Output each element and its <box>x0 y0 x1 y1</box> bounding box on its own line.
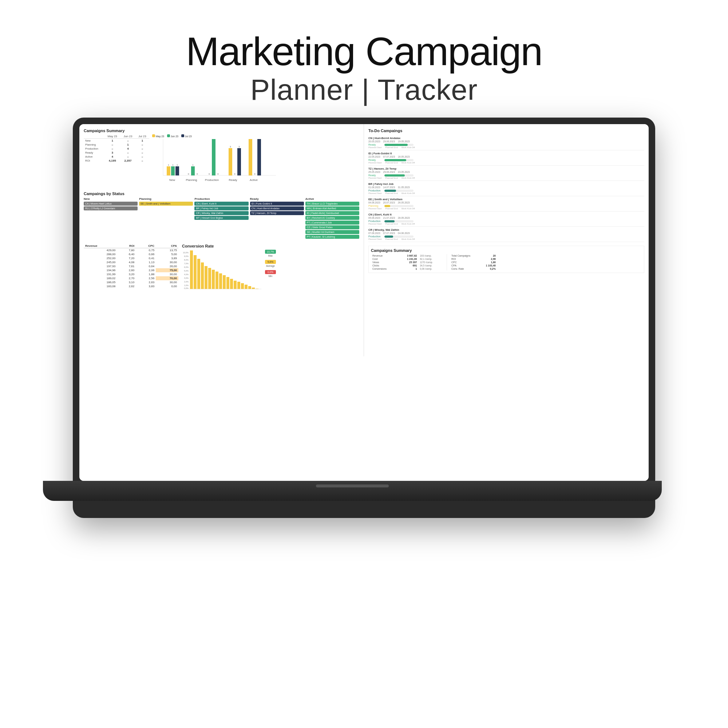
bottom-summary-row: Cost 1 241,00 62,1 /camp. <box>371 257 444 261</box>
bs-right-label: CPA <box>450 264 480 267</box>
status-badge: RU | O'Reilly LJ Greentam <box>84 206 138 210</box>
svg-rect-59 <box>230 279 233 289</box>
bar-chart-area: May 23 Jun 23 Jul 23 <box>152 134 359 187</box>
svg-rect-49 <box>194 255 197 289</box>
bar-chart-svg: New 1 1 1 Planning 0 1 <box>152 139 276 187</box>
status-grid: NewCA | Moore-Hael LottuxRU | O'Reilly L… <box>84 197 359 240</box>
bottom-summary-right-row: ROI 2,96 <box>450 257 497 261</box>
rev-val: 191,99 <box>84 272 117 276</box>
cpa-header: CPA <box>156 244 178 248</box>
work-kickoff: 31.05.2023 <box>398 186 410 188</box>
svg-text:Planning: Planning <box>186 178 197 182</box>
svg-text:10,0%: 10,0% <box>183 252 188 254</box>
svg-text:Production: Production <box>205 178 219 182</box>
progress-bar <box>384 220 413 222</box>
todo-status-row: Production <box>369 220 644 222</box>
bs-per: 34,5 /camp. <box>418 264 444 267</box>
todo-list: CN | Huel-Bernil Andalax 20.05.2023 29.0… <box>369 136 644 243</box>
revenue-row: 252,00 7,20 0,41 3,89 <box>84 256 178 260</box>
bar-chart-legend: May 23 Jun 23 Jul 23 <box>152 134 359 138</box>
bs-right-value: 20 <box>480 254 497 257</box>
roi-val: 2,70 <box>117 276 136 280</box>
progress-fill <box>384 159 406 161</box>
bottom-summary-title: Campaigns Summary <box>371 248 642 252</box>
todo-dates: 20.05.2023 29.06.2023 19.05.2023 <box>369 140 644 143</box>
row-jun: – <box>121 151 135 155</box>
conversion-rate-title: Conversion Rate <box>182 244 276 248</box>
todo-id: CN | Huel-Bernil Andalax <box>369 136 644 140</box>
revenue-row: 186,05 3,10 2,63 30,00 <box>84 280 178 284</box>
work-kickoff: 19.05.2023 <box>398 140 410 143</box>
status-badge: CZ | Stete Groul Fixtex <box>305 225 359 229</box>
campaigns-summary-section: Campaigns Summary May 23 Jun 23 Jul 23 <box>84 128 359 187</box>
bs-label: Clicks <box>371 264 398 267</box>
rev-val: 197,93 <box>84 264 117 268</box>
svg-text:Active: Active <box>250 178 258 182</box>
summary-table: May 23 Jun 23 Jul 23 New 1 – 1 Planning … <box>84 134 149 163</box>
status-col-title: Ready <box>250 197 304 200</box>
svg-text:0: 0 <box>217 173 219 175</box>
svg-text:4,0%: 4,0% <box>184 273 188 275</box>
bottom-summary-row: Revenue 3 667,62 193 /camp. <box>371 254 444 257</box>
progress-fill <box>384 205 390 207</box>
cpc-val: 0,75 <box>136 248 156 252</box>
legend-may: May 23 <box>152 134 164 138</box>
row-label: ROI <box>84 159 104 163</box>
row-may: – <box>104 143 121 147</box>
bottom-summary-right-row: Total Campaigns 20 <box>450 254 497 257</box>
status-badge: MT | Hesset Grol Bigtax <box>194 216 248 220</box>
svg-text:9,0%: 9,0% <box>184 255 188 257</box>
svg-rect-60 <box>234 281 237 289</box>
cpc-val: 1,13 <box>136 260 156 264</box>
row-jul: – <box>135 155 149 159</box>
cpa-val: 3,89 <box>156 256 178 260</box>
laptop-frame: Campaigns Summary May 23 Jun 23 Jul 23 <box>73 118 655 518</box>
rev-val: 189,02 <box>84 276 117 280</box>
row-may: 3 <box>104 151 121 155</box>
svg-rect-53 <box>208 268 211 289</box>
row-label: New <box>84 139 104 143</box>
bs-per: 62,1 /camp. <box>418 257 444 261</box>
planned-start: 01.06.2023 <box>369 186 380 188</box>
svg-rect-54 <box>212 270 215 289</box>
work-kickoff: 04.06.2023 <box>398 232 410 234</box>
col-jul: Jul 23 <box>135 134 149 139</box>
status-col-title: Active <box>305 197 359 200</box>
planned-end: 14.07.2023 <box>383 186 395 188</box>
todo-status-row: Planning <box>369 205 644 207</box>
todo-status-row: Production <box>369 189 644 192</box>
status-badge: CA | Moore-Hael Lottux <box>84 202 138 206</box>
summary-row: ROI 4,195 2,357 – <box>84 159 149 163</box>
svg-rect-58 <box>226 277 229 289</box>
todo-id: BR | Fahey Incl Job <box>369 182 644 186</box>
todo-dates: 05.06.2023 21.07.2023 28.05.2023 <box>369 217 644 219</box>
svg-text:3,0%: 3,0% <box>184 277 188 279</box>
bs-value: 3 667,62 <box>398 254 419 257</box>
bottom-summary-right-row: CPC 1,80 <box>450 261 497 264</box>
summary-row: Ready 3 – – <box>84 151 149 155</box>
svg-rect-62 <box>241 283 244 289</box>
status-badge: CN | Huel-Bernil Andalax <box>250 206 304 210</box>
svg-rect-2 <box>167 166 170 176</box>
row-jun: 2,357 <box>121 159 135 163</box>
rev-val: 183,08 <box>84 284 117 288</box>
bs-right-value: 1 103,40 <box>480 264 497 267</box>
todo-item: TZ | Hansen, Zil Temp 25.05.2023 29.06.2… <box>369 167 644 181</box>
cpc-val: 0,66 <box>136 252 156 256</box>
svg-rect-23 <box>229 148 232 176</box>
rev-val: 252,00 <box>84 256 117 260</box>
laptop-base <box>43 481 662 501</box>
title-area: Marketing Campaign Planner | Tracker <box>186 0 542 118</box>
svg-text:5,0%: 5,0% <box>184 270 188 272</box>
progress-fill <box>384 220 395 222</box>
cr-min-badge: 0,0% <box>265 270 276 274</box>
bs-label: Revenue <box>371 254 398 257</box>
todo-status-label: Ready <box>369 159 383 161</box>
todo-status-label: Ready <box>369 174 383 177</box>
svg-rect-50 <box>197 259 200 289</box>
todo-dates: 04.06.2023 20.07.2023 26.05.2023 <box>369 201 644 204</box>
svg-text:0: 0 <box>197 173 198 175</box>
todo-status-label: Production <box>369 220 383 222</box>
row-label: Planning <box>84 143 104 147</box>
work-kickoff: 28.05.2023 <box>398 217 410 219</box>
